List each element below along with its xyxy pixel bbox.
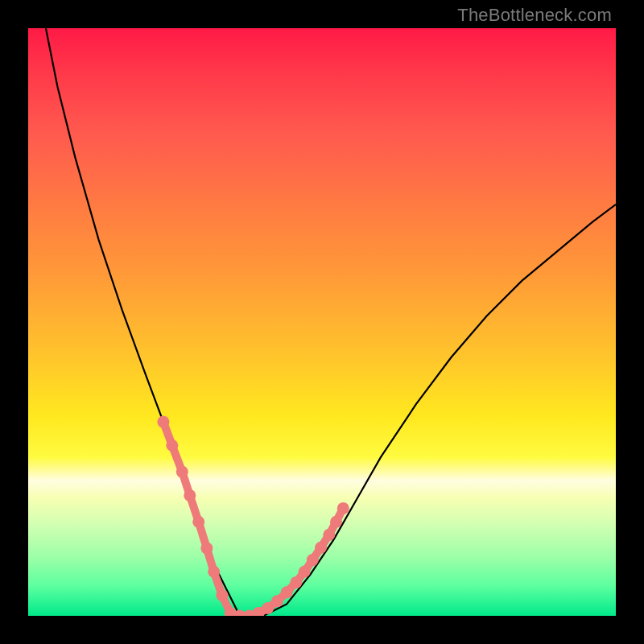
highlight-right-marker — [271, 595, 283, 607]
highlight-right-marker — [315, 542, 327, 554]
highlight-left-marker — [184, 489, 196, 502]
highlight-left-marker — [200, 543, 213, 555]
highlight-right-marker — [307, 554, 319, 566]
plot-overlay — [28, 28, 616, 616]
attribution-label: TheBottleneck.com — [457, 5, 612, 26]
highlight-right-marker — [281, 586, 293, 598]
highlight-right-marker — [330, 516, 342, 528]
highlight-left-marker — [176, 466, 188, 478]
highlight-left-marker — [192, 516, 204, 528]
highlight-right-marker — [299, 566, 311, 578]
plot-area — [28, 28, 616, 616]
highlight-right-marker — [290, 576, 302, 588]
highlight-left-marker — [166, 440, 178, 452]
highlight-left-marker — [208, 566, 220, 578]
highlight-left-marker — [216, 589, 228, 601]
highlight-right-marker — [337, 502, 349, 514]
highlight-right-stroke — [240, 508, 344, 616]
highlight-right-marker — [323, 529, 335, 541]
chart-frame: TheBottleneck.com — [0, 0, 644, 644]
highlight-left-marker — [157, 416, 169, 428]
